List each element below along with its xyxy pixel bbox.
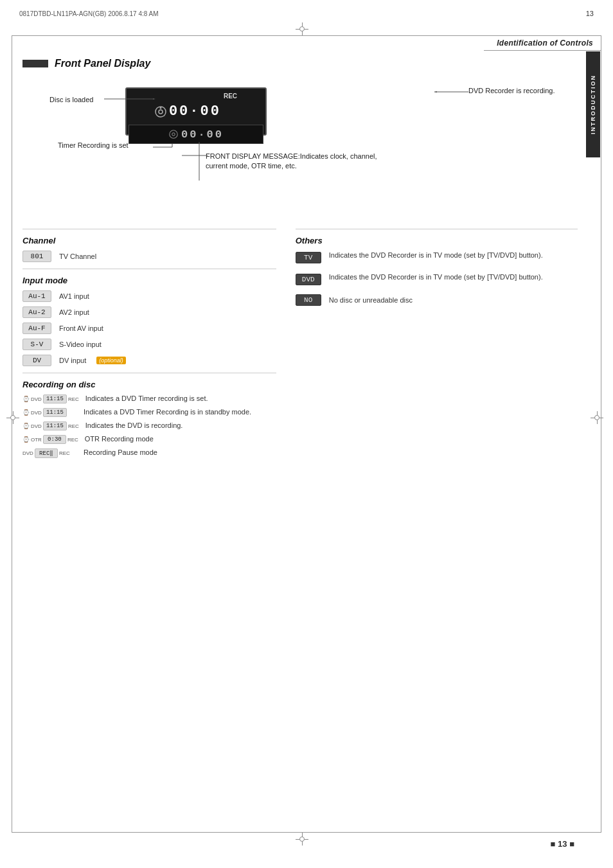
disc-icon-small bbox=[168, 129, 179, 139]
rec-badge-4: ⌚ OTR 0:30 REC bbox=[22, 435, 78, 444]
dvd-badge: DVD bbox=[296, 274, 321, 285]
front-display-line-h bbox=[182, 155, 208, 156]
input-dv-item: DV DV input (optional) bbox=[22, 355, 276, 366]
svg-marker-6 bbox=[153, 98, 155, 100]
others-tv-item: TV Indicates the DVD Recorder is in TV m… bbox=[296, 251, 578, 263]
title-bar-decoration bbox=[22, 60, 48, 67]
front-display-line-v bbox=[199, 142, 200, 181]
crosshair-top-center bbox=[296, 22, 308, 35]
rec-label-5: Recording Pause mode bbox=[84, 448, 157, 456]
rec-label-1: Indicates a DVD Timer recording is set. bbox=[85, 394, 208, 402]
svg-marker-10 bbox=[434, 91, 437, 93]
page-header: 0817DTBD-LN11PA-AGN(GB) 2006.8.17 4:8 AM… bbox=[19, 10, 594, 17]
rec-item-5: DVD REC‖ REC Recording Pause mode bbox=[22, 448, 276, 458]
svideo-label: S-Video input bbox=[59, 341, 102, 348]
others-section-title: Others bbox=[296, 236, 578, 245]
filename-label: 0817DTBD-LN11PA-AGN(GB) 2006.8.17 4:8 AM bbox=[19, 10, 159, 17]
dvd-label: Indicates the DVD Recorder is in TV mode… bbox=[329, 272, 543, 282]
optional-tag: (optional) bbox=[96, 357, 126, 364]
front-av-badge: Au-F bbox=[22, 323, 51, 334]
section-title-area: Front Panel Display bbox=[22, 58, 578, 69]
av1-badge: Au-1 bbox=[22, 290, 51, 302]
svg-point-2 bbox=[159, 107, 161, 109]
channel-item-tv: 801 TV Channel bbox=[22, 251, 276, 262]
no-label: No disc or unreadable disc bbox=[329, 296, 413, 304]
disc-loaded-label: Disc is loaded bbox=[49, 95, 93, 104]
rec-label-4: OTR Recording mode bbox=[85, 435, 154, 443]
display-digits-bottom: 00·00 bbox=[181, 128, 224, 141]
id-controls-bar: Identification of Controls bbox=[484, 36, 601, 51]
header-page-number: 13 bbox=[586, 10, 594, 17]
tv-badge: TV bbox=[296, 252, 321, 263]
dv-badge: DV bbox=[22, 355, 51, 366]
divider-others bbox=[296, 229, 578, 229]
left-column: Channel 801 TV Channel Input mode Au-1 A… bbox=[22, 222, 289, 463]
crosshair-right-mid bbox=[591, 411, 603, 424]
dvd-rec-line bbox=[434, 91, 470, 93]
rec-item-3: ⌚ DVD 11:15 REC Indicates the DVD is rec… bbox=[22, 421, 276, 430]
front-display-label: FRONT DISPLAY MESSAGE:Indicates clock, c… bbox=[206, 152, 386, 172]
divider-input bbox=[22, 269, 276, 269]
front-av-label: Front AV input bbox=[59, 324, 103, 332]
input-front-av-item: Au-F Front AV input bbox=[22, 323, 276, 334]
disc-loaded-line bbox=[104, 98, 155, 100]
channel-badge: 801 bbox=[22, 251, 51, 262]
svg-point-4 bbox=[172, 133, 175, 136]
recording-section-title: Recording on disc bbox=[22, 380, 276, 389]
display-rec-label: REC bbox=[224, 93, 237, 100]
rec-item-2: ⌚ DVD 11:15 Indicates a DVD Timer Record… bbox=[22, 408, 276, 417]
divider-recording bbox=[22, 373, 276, 373]
rec-label-2: Indicates a DVD Timer Recording is in st… bbox=[84, 408, 251, 416]
input-av2-item: Au-2 AV2 input bbox=[22, 306, 276, 318]
dvd-recorder-label: DVD Recorder is recording. bbox=[468, 86, 558, 95]
rec-badge-2: ⌚ DVD 11:15 bbox=[22, 408, 77, 417]
input-mode-title: Input mode bbox=[22, 276, 276, 285]
rec-badge-1: ⌚ DVD 11:15 REC bbox=[22, 394, 79, 403]
av1-label: AV1 input bbox=[59, 292, 89, 300]
display-digits-top: 00·00 bbox=[169, 103, 221, 120]
others-dvd-item: DVD Indicates the DVD Recorder is in TV … bbox=[296, 272, 578, 285]
svg-marker-13 bbox=[206, 155, 208, 156]
rec-item-4: ⌚ OTR 0:30 REC OTR Recording mode bbox=[22, 435, 276, 444]
timer-recording-label: Timer Recording is set bbox=[58, 141, 129, 150]
svideo-badge: S-V bbox=[22, 339, 51, 350]
page-number: ■ 13 ■ bbox=[551, 839, 574, 849]
crosshair-bottom-center bbox=[296, 833, 308, 846]
av2-label: AV2 input bbox=[59, 308, 89, 316]
input-av1-item: Au-1 AV1 input bbox=[22, 290, 276, 302]
no-badge: NO bbox=[296, 294, 321, 306]
main-content: Front Panel Display 00·00 REC 00·00 Disc… bbox=[22, 51, 578, 463]
disc-icon bbox=[155, 106, 166, 118]
introduction-sidebar: INTRODUCTION bbox=[586, 51, 600, 157]
rec-badge-3: ⌚ DVD 11:15 REC bbox=[22, 421, 79, 430]
display-unit-bottom: 00·00 bbox=[129, 125, 263, 144]
diagram-area: 00·00 REC 00·00 Disc is loaded Timer Rec… bbox=[22, 81, 578, 209]
tv-label: Indicates the DVD Recorder is in TV mode… bbox=[329, 251, 543, 260]
dv-label: DV input bbox=[59, 357, 86, 364]
av2-badge: Au-2 bbox=[22, 306, 51, 318]
divider-channel bbox=[22, 229, 276, 229]
input-svideo-item: S-V S-Video input bbox=[22, 339, 276, 350]
rec-item-1: ⌚ DVD 11:15 REC Indicates a DVD Timer re… bbox=[22, 394, 276, 403]
svg-point-1 bbox=[159, 110, 163, 114]
timer-line bbox=[153, 144, 175, 163]
channel-section-title: Channel bbox=[22, 236, 276, 245]
rec-badge-5: DVD REC‖ REC bbox=[22, 448, 77, 458]
crosshair-left-mid bbox=[6, 411, 19, 424]
two-column-layout: Channel 801 TV Channel Input mode Au-1 A… bbox=[22, 222, 578, 463]
channel-label: TV Channel bbox=[59, 252, 96, 260]
rec-label-3: Indicates the DVD is recording. bbox=[85, 421, 183, 429]
svg-point-3 bbox=[170, 130, 177, 138]
others-no-item: NO No disc or unreadable disc bbox=[296, 294, 578, 306]
section-title-text: Front Panel Display bbox=[55, 58, 150, 69]
right-column: Others TV Indicates the DVD Recorder is … bbox=[289, 222, 578, 463]
